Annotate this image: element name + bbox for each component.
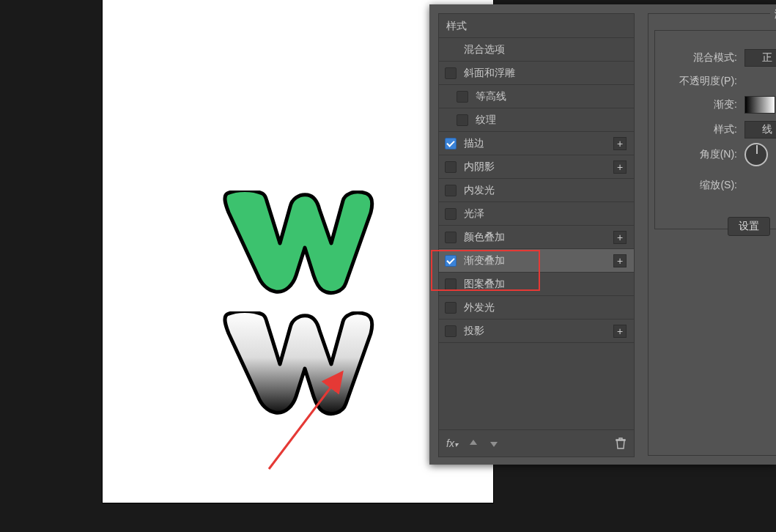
gradient-swatch[interactable] xyxy=(744,96,775,114)
layer-style-dialog: 样式 混合选项斜面和浮雕等高线纹理描边+内阴影+内发光光泽颜色叠加+渐变叠加+图… xyxy=(429,4,776,465)
style-item-inner-shadow[interactable]: 内阴影+ xyxy=(439,155,634,179)
add-instance-icon[interactable]: + xyxy=(613,231,627,244)
blend-mode-label: 混合模式: xyxy=(655,51,740,64)
checkbox-pattern-overlay[interactable] xyxy=(445,278,457,290)
fx-icon[interactable]: fx▾ xyxy=(446,437,458,449)
glyph-w-top xyxy=(221,191,375,299)
styles-list: 混合选项斜面和浮雕等高线纹理描边+内阴影+内发光光泽颜色叠加+渐变叠加+图案叠加… xyxy=(439,38,634,343)
style-item-pattern-overlay[interactable]: 图案叠加 xyxy=(439,273,634,296)
checkbox-color-overlay[interactable] xyxy=(445,232,457,243)
angle-dial[interactable] xyxy=(744,143,768,166)
effect-parameters-panel: 渐变叠加 渐变 混合模式: 正 不透明度(P): 渐变: 样式: 线 角度(N)… xyxy=(648,13,776,456)
checkbox-outer-glow[interactable] xyxy=(445,302,457,314)
style-item-label: 图案叠加 xyxy=(464,278,627,291)
checkbox-drop-shadow[interactable] xyxy=(445,325,457,337)
style-item-label: 斜面和浮雕 xyxy=(464,67,627,80)
row-opacity: 不透明度(P): xyxy=(655,70,776,92)
style-item-satin[interactable]: 光泽 xyxy=(439,202,634,226)
style-item-label: 描边 xyxy=(464,137,613,150)
add-instance-icon[interactable]: + xyxy=(613,160,627,174)
arrow-down-icon[interactable] xyxy=(489,438,499,448)
style-item-stroke[interactable]: 描边+ xyxy=(439,132,634,155)
row-gradient: 渐变: xyxy=(655,94,776,116)
style-item-label: 光泽 xyxy=(464,207,627,221)
style-item-label: 投影 xyxy=(464,325,613,338)
checkbox-stroke[interactable] xyxy=(445,138,457,149)
style-item-texture[interactable]: 纹理 xyxy=(439,108,634,132)
style-item-label: 渐变叠加 xyxy=(464,254,613,267)
style-item-label: 外发光 xyxy=(464,301,627,314)
angle-label: 角度(N): xyxy=(655,148,740,161)
style-select[interactable]: 线 xyxy=(744,121,776,138)
checkbox-bevel-emboss[interactable] xyxy=(445,67,457,79)
blend-mode-select[interactable]: 正 xyxy=(744,49,776,67)
checkbox-gradient-overlay[interactable] xyxy=(445,255,457,267)
style-item-label: 内发光 xyxy=(464,184,627,197)
style-item-inner-glow[interactable]: 内发光 xyxy=(439,179,634,202)
style-item-label: 等高线 xyxy=(476,90,627,103)
styles-list-header: 样式 xyxy=(439,14,634,38)
style-item-blend-options[interactable]: 混合选项 xyxy=(439,38,634,62)
glyph-w-bottom xyxy=(221,311,375,420)
add-instance-icon[interactable]: + xyxy=(613,254,627,267)
scale-label: 缩放(S): xyxy=(655,179,740,192)
style-item-gradient-overlay[interactable]: 渐变叠加+ xyxy=(439,249,634,273)
trash-icon[interactable] xyxy=(615,437,627,449)
arrow-up-icon[interactable] xyxy=(468,438,478,448)
gradient-label: 渐变: xyxy=(655,98,740,111)
checkbox-inner-glow[interactable] xyxy=(445,185,457,196)
checkbox-texture[interactable] xyxy=(457,114,468,126)
add-instance-icon[interactable]: + xyxy=(613,325,627,338)
style-item-label: 纹理 xyxy=(476,114,627,127)
row-angle: 角度(N): xyxy=(655,144,776,166)
style-item-drop-shadow[interactable]: 投影+ xyxy=(439,319,634,343)
gradient-group: 渐变 混合模式: 正 不透明度(P): 渐变: 样式: 线 角度(N): xyxy=(654,30,776,229)
add-instance-icon[interactable]: + xyxy=(613,137,627,150)
style-item-color-overlay[interactable]: 颜色叠加+ xyxy=(439,226,634,249)
style-item-label: 内阴影 xyxy=(464,160,613,174)
styles-footer: fx▾ xyxy=(439,429,634,457)
style-label: 样式: xyxy=(655,123,740,136)
style-item-outer-glow[interactable]: 外发光 xyxy=(439,296,634,319)
row-scale: 缩放(S): xyxy=(655,174,776,196)
row-style: 样式: 线 xyxy=(655,119,776,141)
style-item-contour[interactable]: 等高线 xyxy=(439,85,634,108)
style-item-bevel-emboss[interactable]: 斜面和浮雕 xyxy=(439,62,634,85)
styles-list-panel: 样式 混合选项斜面和浮雕等高线纹理描边+内阴影+内发光光泽颜色叠加+渐变叠加+图… xyxy=(438,13,635,457)
opacity-label: 不透明度(P): xyxy=(655,75,740,88)
checkbox-contour[interactable] xyxy=(457,91,468,103)
checkbox-satin[interactable] xyxy=(445,208,457,220)
make-default-button[interactable]: 设置 xyxy=(728,217,770,236)
style-item-label: 颜色叠加 xyxy=(464,231,613,244)
style-item-label: 混合选项 xyxy=(464,43,627,56)
row-blend-mode: 混合模式: 正 xyxy=(655,47,776,69)
panel-title: 渐变叠加 xyxy=(770,8,776,21)
checkbox-inner-shadow[interactable] xyxy=(445,161,457,173)
